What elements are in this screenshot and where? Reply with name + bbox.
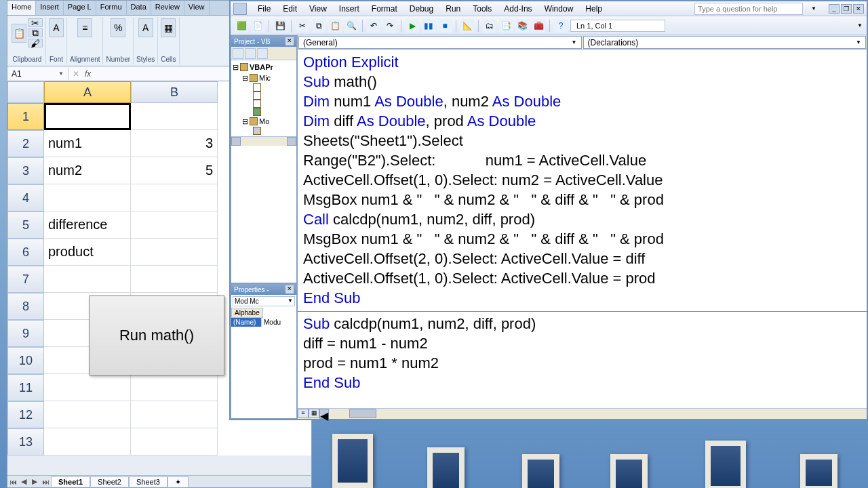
sheet-nav-prev[interactable]: ◀: [18, 477, 29, 486]
cell-b7[interactable]: [131, 266, 218, 293]
cell-a7[interactable]: [44, 266, 131, 293]
row-header[interactable]: 11: [7, 374, 44, 401]
sheet-tab-sheet2[interactable]: Sheet2: [90, 476, 129, 487]
menu-view[interactable]: View: [304, 3, 332, 15]
view-object-button[interactable]: [245, 48, 256, 59]
design-mode-button[interactable]: 📐: [460, 19, 474, 33]
close-icon[interactable]: ✕: [285, 285, 294, 293]
menu-format[interactable]: Format: [366, 3, 403, 15]
menu-insert[interactable]: Insert: [334, 3, 365, 15]
sheet-nav-first[interactable]: ⏮: [7, 478, 18, 486]
cell-a12[interactable]: [44, 401, 131, 428]
menu-addins[interactable]: Add-Ins: [498, 3, 537, 15]
cell-b3[interactable]: 5: [131, 157, 218, 184]
cell-b12[interactable]: [131, 401, 218, 428]
menu-edit[interactable]: Edit: [277, 3, 302, 15]
sheet-tab-new[interactable]: ✦: [167, 476, 189, 487]
cell-b2[interactable]: 3: [131, 130, 218, 157]
help-search-input[interactable]: [694, 3, 803, 15]
sheet-tab-sheet3[interactable]: Sheet3: [129, 476, 167, 487]
properties-tab-alphabetic[interactable]: Alphabe: [231, 308, 263, 318]
chevron-down-icon[interactable]: ▼: [857, 22, 863, 28]
sheet-tab-sheet1[interactable]: Sheet1: [51, 476, 90, 487]
styles-button[interactable]: A: [138, 18, 153, 37]
menu-file[interactable]: File: [252, 3, 276, 15]
scroll-left-button[interactable]: ◀: [319, 409, 329, 419]
cell-a2[interactable]: num1: [44, 130, 131, 157]
run-math-button[interactable]: Run math(): [89, 296, 224, 375]
project-tree[interactable]: ⊟VBAPr ⊟Mic ⊟Mo: [231, 60, 296, 136]
cancel-icon[interactable]: ✕: [73, 69, 79, 79]
select-all-corner[interactable]: [7, 81, 44, 103]
cell-b1[interactable]: [131, 103, 218, 130]
procedure-combo[interactable]: (Declarations)▼: [583, 36, 867, 49]
code-editor[interactable]: Option Explicit Sub math() Dim num1 As D…: [298, 50, 867, 408]
menu-window[interactable]: Window: [539, 3, 579, 15]
help-button[interactable]: ?: [554, 19, 568, 33]
cell-a4[interactable]: [44, 184, 131, 211]
sheet-nav-next[interactable]: ▶: [29, 477, 40, 486]
menu-run[interactable]: Run: [440, 3, 466, 15]
row-header[interactable]: 12: [7, 401, 44, 428]
row-header[interactable]: 9: [7, 320, 44, 347]
cell-b5[interactable]: [131, 211, 218, 239]
object-combo[interactable]: (General)▼: [298, 36, 582, 49]
insert-module-button[interactable]: 📄: [251, 19, 264, 33]
scrollbar-thumb[interactable]: [349, 409, 376, 418]
row-header[interactable]: 8: [7, 293, 44, 320]
cell-a5[interactable]: difference: [44, 211, 131, 239]
cell-a6[interactable]: product: [44, 239, 131, 266]
row-header[interactable]: 13: [7, 428, 44, 455]
property-name-value[interactable]: Modu: [261, 318, 296, 327]
break-button[interactable]: ▮▮: [422, 19, 435, 33]
redo-button[interactable]: ↷: [383, 19, 397, 33]
ribbon-tab-view[interactable]: View: [184, 1, 210, 15]
toggle-folders-button[interactable]: [257, 48, 268, 59]
row-header[interactable]: 7: [7, 266, 44, 293]
paste-button[interactable]: 📋: [328, 19, 342, 33]
run-button[interactable]: ▶: [406, 19, 419, 33]
copy-button[interactable]: ⧉: [312, 19, 326, 33]
name-box[interactable]: A1▼: [7, 68, 68, 80]
row-header[interactable]: 5: [7, 211, 44, 239]
cut-button[interactable]: ✂: [28, 18, 43, 27]
menu-debug[interactable]: Debug: [404, 3, 439, 15]
copy-button[interactable]: ⧉: [28, 28, 43, 37]
close-button[interactable]: ✕: [853, 4, 864, 14]
menu-help[interactable]: Help: [580, 3, 608, 15]
code-horizontal-scrollbar[interactable]: ≡ ▦ ◀: [298, 408, 867, 419]
find-button[interactable]: 🔍: [344, 19, 358, 33]
number-button[interactable]: %: [111, 18, 125, 37]
cell-a3[interactable]: num2: [44, 157, 131, 184]
reset-button[interactable]: ■: [438, 19, 452, 33]
chevron-down-icon[interactable]: ▼: [806, 4, 822, 13]
row-header[interactable]: 2: [7, 130, 44, 157]
row-header[interactable]: 1: [7, 103, 44, 130]
paste-button[interactable]: 📋: [12, 24, 26, 43]
format-painter-button[interactable]: 🖌: [28, 39, 43, 47]
project-explorer-button[interactable]: 🗂: [483, 19, 496, 33]
cell-b6[interactable]: [131, 239, 218, 266]
cell-b13[interactable]: [131, 428, 218, 455]
ribbon-tab-home[interactable]: Home: [7, 1, 36, 15]
cut-button[interactable]: ✂: [296, 19, 309, 33]
row-header[interactable]: 6: [7, 239, 44, 266]
toolbox-button[interactable]: 🧰: [532, 19, 545, 33]
properties-button[interactable]: 📑: [499, 19, 513, 33]
procedure-view-button[interactable]: ≡: [298, 409, 309, 418]
row-header[interactable]: 3: [7, 157, 44, 184]
cells-button[interactable]: ▦: [161, 18, 176, 37]
row-header[interactable]: 4: [7, 184, 44, 211]
minimize-button[interactable]: _: [829, 4, 840, 14]
row-header[interactable]: 10: [7, 347, 44, 374]
object-browser-button[interactable]: 📚: [515, 19, 529, 33]
scroll-right-button[interactable]: [287, 137, 296, 146]
undo-button[interactable]: ↶: [367, 19, 380, 33]
sheet-nav-last[interactable]: ⏭: [40, 478, 51, 486]
cell-b11[interactable]: [131, 374, 218, 401]
view-excel-button[interactable]: 🟩: [235, 19, 248, 33]
column-header-a[interactable]: A: [44, 81, 131, 103]
full-module-view-button[interactable]: ▦: [309, 409, 319, 418]
cell-a1[interactable]: [44, 103, 131, 130]
ribbon-tab-pagelayout[interactable]: Page L: [64, 1, 96, 15]
